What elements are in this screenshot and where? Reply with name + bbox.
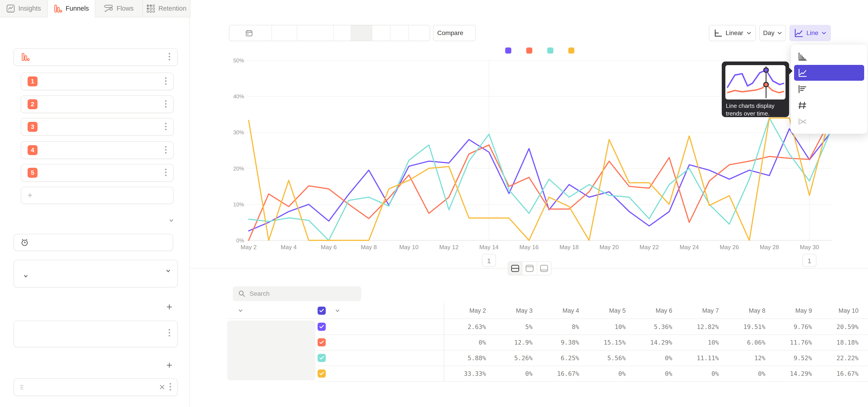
interval-button[interactable]: Day [759, 25, 786, 41]
chart-type-button[interactable]: Line [789, 25, 831, 41]
funnel-step-5[interactable]: 5 [21, 164, 174, 182]
chevron-down-icon [822, 31, 827, 35]
table-row-search[interactable]: 5.88%5.26%6.25%5.56%0%11.11%12%9.52%22.2… [227, 350, 868, 366]
svg-text:50%: 50% [233, 57, 244, 64]
layout-chart-view-icon [525, 265, 534, 272]
table-row-sidebar[interactable]: 0%12.9%9.38%15.15%14.29%10%6.06%11.76%18… [227, 335, 868, 350]
svg-text:May 28: May 28 [760, 244, 779, 251]
row-checkbox[interactable] [318, 323, 326, 331]
date-column-header: May 9 [769, 307, 812, 314]
step-number-badge: 5 [28, 168, 37, 178]
table-search-field[interactable]: Search [233, 286, 361, 301]
kebab-menu-icon[interactable] [168, 332, 170, 334]
svg-text:30%: 30% [233, 129, 244, 135]
row-value: 6.25% [536, 354, 579, 361]
table-row-ads[interactable]: 33.33%0%16.67%0%0%0%0%14.29%16.67% [227, 366, 868, 381]
chevron-down-icon [335, 309, 339, 312]
date-range-group [229, 25, 430, 41]
compare-button[interactable]: Compare [433, 25, 475, 41]
svg-text:May 26: May 26 [720, 244, 739, 251]
kebab-menu-icon[interactable] [164, 80, 167, 83]
row-value: 14.29% [769, 370, 812, 377]
row-value: 20.59% [815, 323, 859, 330]
funnel-step-1[interactable]: 1 [21, 72, 174, 90]
row-value: 12.82% [676, 323, 719, 330]
menu-item-funnel-steps[interactable] [794, 49, 864, 64]
conversion-rate-card [13, 260, 178, 287]
menu-item-line[interactable] [794, 65, 864, 81]
tab-flows[interactable]: Flows [95, 0, 143, 17]
layout-split-view-icon [511, 265, 520, 272]
kebab-menu-icon[interactable] [164, 103, 167, 105]
svg-text:May 8: May 8 [361, 244, 377, 251]
kebab-menu-icon[interactable] [168, 56, 170, 58]
funnel-column-header[interactable] [233, 309, 242, 312]
tab-insights[interactable]: Insights [0, 0, 48, 17]
layout-table-view-button[interactable] [537, 262, 551, 275]
range-yesterday[interactable] [297, 25, 334, 41]
retention-icon [146, 4, 155, 13]
layout-split-view-button[interactable] [508, 262, 523, 275]
range-12m[interactable] [409, 25, 430, 41]
row-value: 15.15% [583, 339, 626, 346]
breakdown-card[interactable] [13, 378, 178, 396]
kebab-menu-icon[interactable] [164, 126, 167, 128]
filter-card[interactable] [13, 321, 178, 347]
line-chart-tooltip: Line charts display trends over time. [722, 62, 789, 117]
breakdown-column-header[interactable] [318, 307, 339, 315]
conversion-window-card[interactable] [13, 234, 173, 251]
range-custom[interactable] [229, 25, 272, 41]
menu-item-bar[interactable] [794, 81, 864, 97]
range-today[interactable] [272, 25, 297, 41]
row-value: 11.11% [676, 354, 719, 361]
row-checkbox[interactable] [318, 370, 326, 378]
search-placeholder: Search [250, 290, 270, 298]
range-7d[interactable] [334, 25, 351, 41]
range-3m[interactable] [372, 25, 391, 41]
funnels-icon [53, 4, 62, 13]
add-breakdown-button[interactable]: + [166, 360, 172, 370]
funnel-step-2[interactable]: 2 [21, 95, 174, 113]
conversion-rate-steps-dropdown[interactable] [163, 270, 170, 273]
table-row-organic[interactable]: 2.63%5%8%10%5.36%12.82%19.51%9.76%20.59% [227, 319, 868, 335]
svg-text:May 4: May 4 [281, 244, 297, 251]
close-icon[interactable] [159, 384, 165, 390]
scale-button[interactable]: Linear [709, 25, 756, 41]
funnel-step-4[interactable]: 4 [21, 141, 174, 159]
tab-label: Retention [158, 5, 186, 12]
tooltip-caption: Line charts display trends over time. [726, 102, 785, 118]
svg-text:May 24: May 24 [680, 244, 699, 251]
add-step-button[interactable]: + [21, 187, 174, 204]
menu-item-metric[interactable] [794, 97, 864, 113]
select-all-checkbox[interactable] [318, 307, 326, 315]
range-6m[interactable] [391, 25, 409, 41]
flows-icon [104, 4, 113, 13]
advanced-dropdown[interactable] [166, 219, 174, 222]
row-value: 5.88% [443, 354, 486, 361]
kebab-menu-icon[interactable] [169, 386, 171, 388]
row-checkbox[interactable] [318, 338, 326, 346]
row-value: 0% [629, 354, 672, 361]
tab-retention[interactable]: Retention [143, 0, 191, 17]
layout-table-view-icon [540, 265, 548, 272]
row-value: 9.38% [536, 339, 579, 346]
row-value: 33.33% [443, 370, 486, 377]
date-column-header: May 8 [722, 307, 765, 314]
filter-segment-dropdown[interactable] [21, 275, 170, 278]
row-checkbox[interactable] [318, 354, 326, 362]
add-filter-button[interactable]: + [166, 302, 172, 312]
layout-chart-view-button[interactable] [523, 262, 537, 275]
kebab-menu-icon[interactable] [164, 149, 167, 151]
funnel-steps-icon [798, 52, 807, 61]
menu-item-top-paths [794, 114, 864, 130]
kebab-menu-icon[interactable] [164, 171, 167, 174]
svg-text:May 6: May 6 [321, 244, 337, 251]
funnel-step-3[interactable]: 3 [21, 118, 174, 136]
drag-handle-icon[interactable] [20, 384, 24, 390]
chevron-down-icon [467, 31, 471, 35]
tab-funnels[interactable]: Funnels [48, 0, 95, 18]
step-number-badge: 3 [28, 122, 37, 132]
layout-toggle-group [508, 261, 552, 275]
funnel-metric-card[interactable] [13, 48, 178, 66]
range-30d[interactable] [351, 25, 372, 41]
